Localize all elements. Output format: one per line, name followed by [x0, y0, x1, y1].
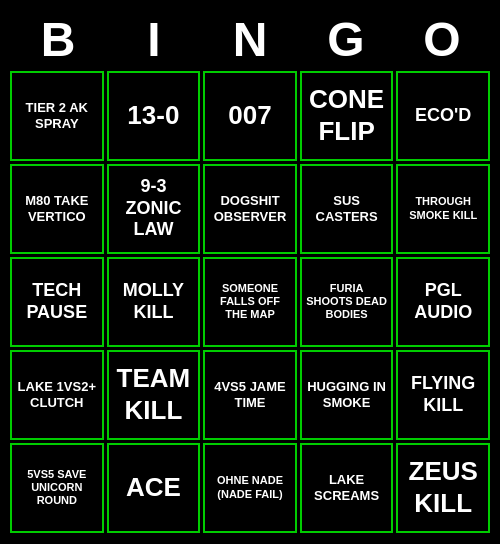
bingo-cell[interactable]: PGL AUDIO: [396, 257, 490, 347]
bingo-cell[interactable]: ECO'D: [396, 71, 490, 161]
bingo-cell[interactable]: 9-3 ZONIC LAW: [107, 164, 201, 254]
bingo-cell[interactable]: TIER 2 AK SPRAY: [10, 71, 104, 161]
bingo-cell[interactable]: ACE: [107, 443, 201, 533]
bingo-cell[interactable]: THROUGH SMOKE KILL: [396, 164, 490, 254]
bingo-cell[interactable]: 5VS5 SAVE UNICORN ROUND: [10, 443, 104, 533]
bingo-cell[interactable]: LAKE 1VS2+ CLUTCH: [10, 350, 104, 440]
bingo-header: BINGO: [10, 12, 490, 67]
bingo-letter-g: G: [301, 12, 391, 67]
bingo-letter-i: I: [109, 12, 199, 67]
bingo-cell[interactable]: ZEUS KILL: [396, 443, 490, 533]
bingo-cell[interactable]: 13-0: [107, 71, 201, 161]
bingo-cell[interactable]: TECH PAUSE: [10, 257, 104, 347]
bingo-cell[interactable]: SUS CASTERS: [300, 164, 394, 254]
bingo-cell[interactable]: 4VS5 JAME TIME: [203, 350, 297, 440]
bingo-cell[interactable]: SOMEONE FALLS OFF THE MAP: [203, 257, 297, 347]
bingo-grid: TIER 2 AK SPRAY13-0007CONE FLIPECO'DM80 …: [10, 71, 490, 533]
bingo-cell[interactable]: FURIA SHOOTS DEAD BODIES: [300, 257, 394, 347]
bingo-letter-b: B: [13, 12, 103, 67]
bingo-cell[interactable]: FLYING KILL: [396, 350, 490, 440]
bingo-cell[interactable]: DOGSHIT OBSERVER: [203, 164, 297, 254]
bingo-cell[interactable]: 007: [203, 71, 297, 161]
bingo-cell[interactable]: CONE FLIP: [300, 71, 394, 161]
bingo-cell[interactable]: TEAM KILL: [107, 350, 201, 440]
bingo-cell[interactable]: HUGGING IN SMOKE: [300, 350, 394, 440]
bingo-letter-n: N: [205, 12, 295, 67]
bingo-letter-o: O: [397, 12, 487, 67]
bingo-cell[interactable]: M80 TAKE VERTICO: [10, 164, 104, 254]
bingo-card: BINGO TIER 2 AK SPRAY13-0007CONE FLIPECO…: [0, 2, 500, 543]
bingo-cell[interactable]: OHNE NADE (NADE FAIL): [203, 443, 297, 533]
bingo-cell[interactable]: LAKE SCREAMS: [300, 443, 394, 533]
bingo-cell[interactable]: MOLLY KILL: [107, 257, 201, 347]
